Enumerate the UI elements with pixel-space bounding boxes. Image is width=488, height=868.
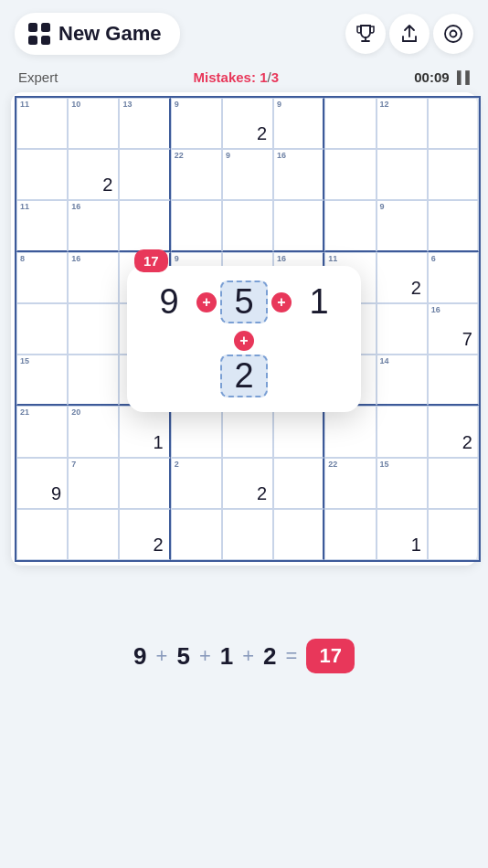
svg-rect-1 [41,23,50,32]
cell-r1-c8[interactable] [428,149,479,200]
plus-icon-2: + [271,292,292,312]
popup-digit-2[interactable]: 2 [220,355,268,397]
cell-r3-c8[interactable]: 6 [428,252,479,303]
cell-r0-c1[interactable]: 10 [68,98,119,149]
mistakes-label: Mistakes: 1/3 [194,69,279,85]
trophy-button[interactable] [345,14,386,54]
cell-r6-c5[interactable] [273,406,324,457]
eq-op-3: + [242,644,254,668]
equation-area: 9 + 5 + 1 + 2 = 17 [0,620,488,692]
clue-r3-c0: 8 [20,255,25,263]
cell-r7-c2[interactable] [119,458,170,509]
cell-r3-c1[interactable]: 16 [68,252,119,303]
popup-digit-9[interactable]: 9 [145,282,193,322]
cell-r0-c3[interactable]: 9 [171,98,222,149]
cell-r1-c3[interactable]: 22 [171,149,222,200]
cell-r7-c5[interactable] [273,458,324,509]
cell-r2-c0[interactable]: 11 [16,200,68,251]
clue-r3-c6: 11 [328,255,337,263]
clue-r3-c1: 16 [71,255,80,263]
cell-r1-c7[interactable] [377,149,428,200]
cell-r6-c0[interactable]: 21 [16,406,68,457]
settings-button[interactable] [433,14,473,54]
digit-r7-c0: 9 [51,483,61,504]
cell-r7-c0[interactable]: 9 [16,458,68,509]
cell-r2-c5[interactable] [273,200,324,251]
status-bar: Expert Mistakes: 1/3 00:09 ▐▐ [0,64,488,92]
cell-r8-c3[interactable] [171,509,222,560]
cell-r1-c4[interactable]: 9 [222,149,273,200]
cell-r8-c2[interactable]: 2 [119,509,170,560]
plus-icon-1: + [196,292,217,312]
cell-r5-c1[interactable] [68,355,119,406]
cell-r2-c8[interactable] [428,200,479,251]
popup-digit-5[interactable]: 5 [220,281,268,323]
cell-r2-c2[interactable] [119,200,170,251]
cell-r0-c0[interactable]: 11 [16,98,68,149]
cell-r8-c5[interactable] [273,509,324,560]
cell-r1-c5[interactable]: 16 [273,149,324,200]
cell-r7-c6[interactable]: 22 [324,458,376,509]
cell-r1-c2[interactable] [119,149,170,200]
cell-r3-c0[interactable]: 8 [16,252,68,303]
cell-r4-c1[interactable] [68,303,119,355]
cell-r1-c1[interactable]: 2 [68,149,119,200]
digit-r7-c4: 2 [257,483,267,504]
cell-r5-c8[interactable] [428,355,479,406]
cell-r6-c2[interactable]: 1 [119,406,170,457]
cell-r7-c8[interactable] [428,458,479,509]
svg-rect-2 [28,36,37,45]
clue-r0-c2: 13 [122,101,132,109]
new-game-label: New Game [58,22,162,46]
cell-r5-c0[interactable]: 15 [16,355,68,406]
cell-r8-c7[interactable]: 1 [377,509,428,560]
cell-r8-c6[interactable] [324,509,376,560]
popup-inner: 9 + 5 + 1 + 2 [127,266,361,412]
cell-r8-c0[interactable] [16,509,68,560]
clue-r7-c1: 7 [71,460,76,469]
cell-r6-c3[interactable] [171,406,222,457]
cell-r4-c7[interactable] [377,303,428,355]
cell-r7-c3[interactable]: 2 [171,458,222,509]
cell-r1-c6[interactable] [324,149,376,200]
cell-r2-c4[interactable] [222,200,273,251]
popup-digit-1[interactable]: 1 [295,282,343,322]
cell-r6-c7[interactable] [377,406,428,457]
cell-r1-c0[interactable] [16,149,68,200]
popup-bottom: + 2 [220,331,268,397]
cell-r0-c6[interactable] [324,98,376,149]
pause-icon[interactable]: ▐▐ [453,70,470,84]
cell-r6-c6[interactable] [324,406,376,457]
cell-r8-c1[interactable] [68,509,119,560]
clue-r6-c0: 21 [20,408,29,417]
new-game-button[interactable]: New Game [15,13,180,55]
cell-r3-c7[interactable]: 2 [377,252,428,303]
cell-r2-c1[interactable]: 16 [68,200,119,251]
cell-r6-c1[interactable]: 20 [68,406,119,457]
cell-r7-c1[interactable]: 7 [68,458,119,509]
cell-r5-c7[interactable]: 14 [377,355,428,406]
cell-r2-c7[interactable]: 9 [377,200,428,251]
cell-r0-c5[interactable]: 9 [273,98,324,149]
clue-r1-c4: 9 [226,152,230,160]
cell-r4-c0[interactable] [16,303,68,355]
cell-r6-c4[interactable] [222,406,273,457]
cell-r0-c8[interactable] [428,98,479,149]
cell-r2-c3[interactable] [171,200,222,251]
cell-r2-c6[interactable] [324,200,376,251]
cell-r7-c4[interactable]: 2 [222,458,273,509]
cell-r4-c8[interactable]: 167 [428,303,479,355]
cell-r6-c8[interactable]: 2 [428,406,479,457]
cell-r0-c4[interactable]: 2 [222,98,273,149]
eq-num-2: 2 [263,642,276,671]
cell-r7-c7[interactable]: 15 [377,458,428,509]
cell-r8-c4[interactable] [222,509,273,560]
share-button[interactable] [389,14,430,54]
eq-op-1: + [156,644,168,668]
cell-r0-c7[interactable]: 12 [377,98,428,149]
digit-r0-c4: 2 [257,123,267,144]
cell-r8-c8[interactable] [428,509,479,560]
clue-r0-c3: 9 [175,101,179,109]
clue-r5-c7: 14 [380,357,389,365]
cell-r0-c2[interactable]: 13 [119,98,170,149]
